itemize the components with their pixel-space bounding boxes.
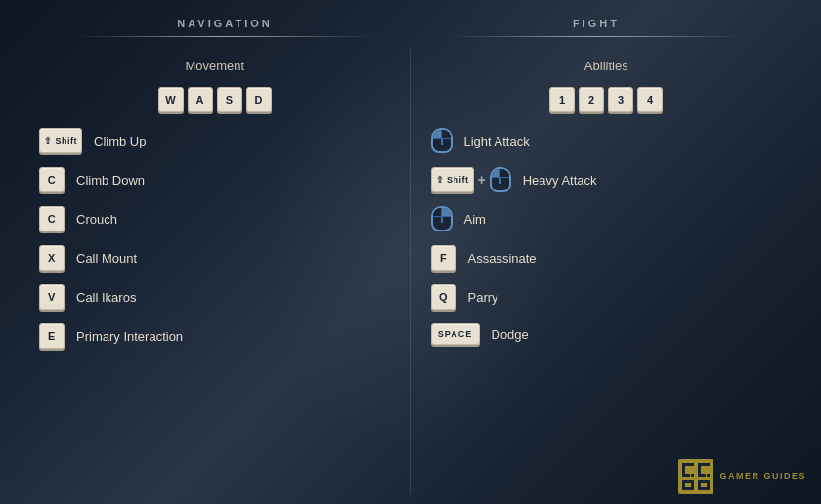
light-attack-label: Light Attack	[464, 134, 530, 148]
fight-section: Abilities 1 2 3 4 Light Attack	[410, 49, 802, 494]
key-shift-heavy: ⇧ Shift	[431, 167, 474, 192]
key-v-ikaros: V	[39, 284, 65, 310]
key-1: 1	[549, 87, 575, 112]
key-s: S	[217, 87, 242, 112]
call-ikaros-label: Call Ikaros	[76, 290, 136, 305]
key-f-assassinate: F	[431, 245, 456, 271]
climb-down-row: C Climb Down	[39, 167, 391, 192]
climb-down-label: Climb Down	[76, 173, 145, 188]
assassinate-label: Assassinate	[468, 251, 537, 266]
dodge-row: SPACE Dodge	[431, 323, 783, 345]
number-keys: 1 2 3 4	[431, 87, 783, 112]
nav-section-label: NAVIGATION	[39, 18, 410, 29]
key-a: A	[188, 87, 213, 112]
main-content: NAVIGATION FIGHT Movement W A S D ⇧ Shif…	[0, 0, 821, 504]
key-space-dodge: SPACE	[431, 323, 480, 345]
key-c-crouch: C	[39, 206, 65, 231]
key-c-climbdown: C	[39, 167, 65, 192]
key-4: 4	[637, 87, 663, 112]
climb-up-row: ⇧ Shift Climb Up	[39, 128, 391, 153]
primary-interaction-row: E Primary Interaction	[39, 323, 391, 349]
climb-up-label: Climb Up	[94, 134, 146, 148]
movement-label: Movement	[39, 59, 391, 73]
parry-row: Q Parry	[431, 284, 783, 310]
assassinate-row: F Assassinate	[431, 245, 783, 271]
light-attack-row: Light Attack	[431, 128, 783, 153]
key-shift-climb: ⇧ Shift	[39, 128, 82, 153]
abilities-label: Abilities	[431, 59, 783, 73]
sections-header: NAVIGATION FIGHT	[0, 0, 821, 29]
heavy-attack-row: ⇧ Shift + Heavy Attack	[431, 167, 783, 192]
call-ikaros-row: V Call Ikaros	[39, 284, 391, 310]
mouse-right-icon	[431, 206, 453, 231]
key-x-mount: X	[39, 245, 65, 271]
call-mount-row: X Call Mount	[39, 245, 391, 271]
heavy-attack-combo: ⇧ Shift +	[431, 167, 511, 192]
heavy-attack-label: Heavy Attack	[523, 173, 597, 188]
plus-sign: +	[478, 172, 486, 188]
aim-label: Aim	[464, 212, 486, 227]
key-w: W	[158, 87, 184, 112]
key-2: 2	[579, 87, 604, 112]
key-e-interact: E	[39, 323, 65, 349]
crouch-row: C Crouch	[39, 206, 391, 231]
wasd-keys: W A S D	[39, 87, 391, 112]
call-mount-label: Call Mount	[76, 251, 137, 266]
navigation-section: Movement W A S D ⇧ Shift Climb Up C Clim…	[20, 49, 410, 494]
aim-row: Aim	[431, 206, 783, 231]
sections-body: Movement W A S D ⇧ Shift Climb Up C Clim…	[0, 29, 821, 504]
crouch-label: Crouch	[76, 212, 117, 227]
mouse-left-icon	[431, 128, 453, 153]
key-q-parry: Q	[431, 284, 456, 310]
fight-section-label: FIGHT	[410, 18, 782, 29]
mouse-left-heavy-icon	[490, 167, 511, 192]
parry-label: Parry	[468, 290, 498, 305]
key-3: 3	[608, 87, 633, 112]
primary-interaction-label: Primary Interaction	[76, 329, 183, 344]
dodge-label: Dodge	[492, 327, 529, 342]
key-d: D	[246, 87, 272, 112]
